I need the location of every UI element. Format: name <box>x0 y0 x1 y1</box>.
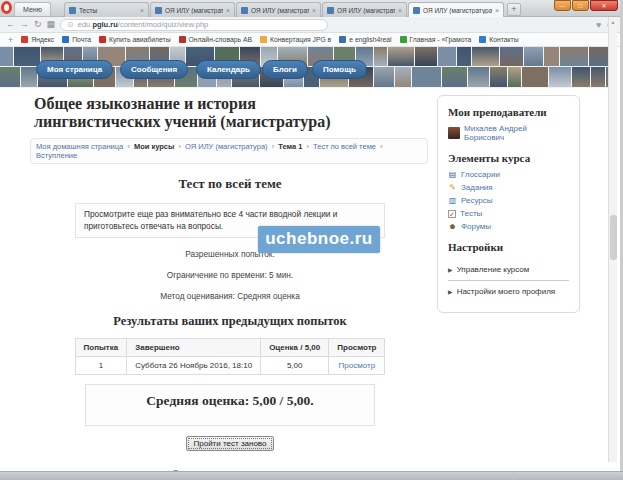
bookmark-jpg-convert[interactable]: Конвертация JPG в <box>260 36 331 43</box>
cell-completed: Суббота 26 Ноябрь 2016, 18:10 <box>127 357 261 375</box>
bookmark-gramota[interactable]: Главная - «Грамота <box>400 36 472 43</box>
tab-tests[interactable]: Тесты × <box>64 2 149 17</box>
add-bookmark-button[interactable]: + <box>8 35 13 45</box>
teacher-link[interactable]: Михалев Андрей Борисович <box>464 124 569 142</box>
course-elements-heading: Элементы курса <box>448 152 569 164</box>
speed-dial-icon[interactable]: ▦ <box>47 20 56 29</box>
close-button[interactable]: ✕ <box>590 0 618 11</box>
results-heading: Результаты ваших предыдущих попыток <box>30 314 430 329</box>
nav-blogs[interactable]: Блоги <box>262 60 308 79</box>
tab-title: Тесты <box>79 7 137 14</box>
bookmark-favicon-icon <box>62 36 69 43</box>
tab-close-icon[interactable]: × <box>140 7 144 14</box>
chevron-right-icon: ▶ <box>448 266 453 273</box>
browser-menu-button[interactable]: Меню <box>14 2 51 16</box>
sidebar-item-resources[interactable]: ▥ Ресурсы <box>448 196 569 205</box>
sidebar-item-label[interactable]: Ресурсы <box>461 196 493 205</box>
teachers-heading: Мои преподаватели <box>448 106 569 118</box>
sidebar-item-label[interactable]: Задания <box>461 183 493 192</box>
resource-icon: ▥ <box>448 197 457 205</box>
breadcrumb: Моя домашняя страница › Мои курсы › ОЯ И… <box>30 138 428 164</box>
bookmark-favicon-icon <box>99 36 106 43</box>
settings-heading: Настройки <box>448 241 569 253</box>
chevron-right-icon: ▶ <box>448 288 453 295</box>
new-tab-button[interactable]: + <box>507 3 521 16</box>
bookmark-dictionary[interactable]: Онлайн-словарь AB <box>179 36 252 43</box>
bookmark-mail[interactable]: Почта <box>62 36 91 43</box>
taskbar-divider <box>210 473 211 479</box>
breadcrumb-separator: › <box>272 142 275 151</box>
tab-course-2[interactable]: ОЯ ИЛУ (магистратура): × <box>236 2 321 17</box>
tab-close-icon[interactable]: × <box>495 7 499 14</box>
nav-help[interactable]: Помощь <box>312 60 367 79</box>
bookmark-heart-icon[interactable]: ♥ <box>596 20 601 30</box>
quiz-column: Тест по всей теме Просмотрите еще раз вн… <box>30 176 430 451</box>
tab-title: ОЯ ИЛУ (магистратура): <box>165 7 223 14</box>
bookmark-favicon-icon <box>21 36 28 43</box>
retake-quiz-button[interactable]: Пройти тест заново <box>186 436 275 451</box>
tab-close-icon[interactable]: × <box>398 7 402 14</box>
address-bar[interactable]: ⊙ edu.pglu.ru/content/mod/quiz/view.php <box>60 19 328 31</box>
nav-messages[interactable]: Сообщения <box>120 60 188 79</box>
bookmark-yandex[interactable]: Яндекс <box>21 36 54 43</box>
sidebar-item-course-admin[interactable]: ▶ Управление курсом <box>448 259 569 280</box>
nav-my-page[interactable]: Моя страница <box>36 60 113 79</box>
tab-favicon-icon <box>69 7 76 14</box>
bookmark-favicon-icon <box>260 36 267 43</box>
review-link[interactable]: Просмотр <box>339 361 376 370</box>
bookmark-tickets[interactable]: Купить авиабилеты <box>99 36 171 43</box>
bookmark-favicon-icon <box>179 36 186 43</box>
maximize-button[interactable]: □ <box>572 0 589 11</box>
bookmark-english4real[interactable]: e english4real <box>339 36 391 43</box>
tab-close-icon[interactable]: × <box>226 7 230 14</box>
tab-course-3[interactable]: ОЯ ИЛУ (магистратура): × <box>322 2 407 17</box>
sidebar-item-profile-settings[interactable]: ▶ Настройки моего профиля <box>448 280 569 302</box>
reload-icon[interactable]: ↻ <box>34 20 42 29</box>
breadcrumb-separator: › <box>127 142 130 151</box>
nav-calendar[interactable]: Календарь <box>196 60 261 79</box>
bookmark-contacts[interactable]: Контакты <box>479 36 518 43</box>
tab-favicon-icon <box>327 7 334 14</box>
grading-method-line: Метод оценивания: Средняя оценка <box>30 291 430 301</box>
minimize-button[interactable]: — <box>554 0 571 11</box>
breadcrumb-course-link[interactable]: ОЯ ИЛУ (магистратура) <box>185 142 267 151</box>
url-text: edu.pglu.ru/content/mod/quiz/view.php <box>78 20 209 29</box>
sidebar-item-assignments[interactable]: ✎ Задания <box>448 183 569 192</box>
sidebar-item-label[interactable]: Форумы <box>461 222 491 231</box>
breadcrumb-home-link[interactable]: Моя домашняя страница <box>36 142 123 151</box>
cell-grade: 5,00 <box>261 357 329 375</box>
tab-course-1[interactable]: ОЯ ИЛУ (магистратура): × <box>150 2 235 17</box>
bookmarks-bar: + Яндекс Почта Купить авиабилеты Онлайн-… <box>0 33 620 47</box>
breadcrumb-quiz-link[interactable]: Тест по всей теме <box>313 142 376 151</box>
tab-favicon-icon <box>241 7 248 14</box>
page-content: Моя страница Сообщения Календарь Блоги П… <box>0 47 611 471</box>
breadcrumb-my-courses: Мои курсы <box>134 142 175 151</box>
header-photo-collage: Моя страница Сообщения Календарь Блоги П… <box>0 47 611 88</box>
scrollbar-thumb[interactable] <box>610 215 617 260</box>
sidebar-item-forums[interactable]: ☻ Форумы <box>448 222 569 231</box>
breadcrumb-info-link[interactable]: Вступление <box>36 151 77 160</box>
vertical-scrollbar[interactable]: ▲ <box>608 17 617 462</box>
bookmark-favicon-icon <box>400 36 407 43</box>
taskbar-divider <box>512 473 513 479</box>
tab-favicon-icon <box>413 7 420 14</box>
sidebar-item-label[interactable]: Глоссарии <box>461 170 500 179</box>
breadcrumb-separator: › <box>307 142 310 151</box>
teacher-row: Михалев Андрей Борисович <box>448 124 569 142</box>
scroll-up-icon[interactable]: ▲ <box>609 17 617 27</box>
sidebar-item-label[interactable]: Тесты <box>460 209 482 218</box>
cell-attempt: 1 <box>75 357 127 375</box>
back-icon[interactable]: ← <box>6 20 15 29</box>
forward-icon[interactable]: → <box>20 20 29 29</box>
tab-close-icon[interactable]: × <box>312 7 316 14</box>
address-toolbar: ← → ↻ ▦ ⊙ edu.pglu.ru/content/mod/quiz/v… <box>0 17 620 33</box>
sidebar-item-label: Настройки моего профиля <box>457 287 556 296</box>
sidebar-item-glossaries[interactable]: ▤ Глоссарии <box>448 170 569 179</box>
breadcrumb-separator: › <box>179 142 182 151</box>
sidebar-item-quizzes[interactable]: ✓ Тесты <box>448 209 569 218</box>
breadcrumb-separator: › <box>380 142 383 151</box>
breadcrumb-topic: Тема 1 <box>278 142 302 151</box>
assignment-icon: ✎ <box>448 184 457 192</box>
tab-course-active[interactable]: ОЯ ИЛУ (магистратура): Т × <box>408 2 504 17</box>
browser-window: Меню Тесты × ОЯ ИЛУ (магистратура): × ОЯ… <box>0 0 620 471</box>
